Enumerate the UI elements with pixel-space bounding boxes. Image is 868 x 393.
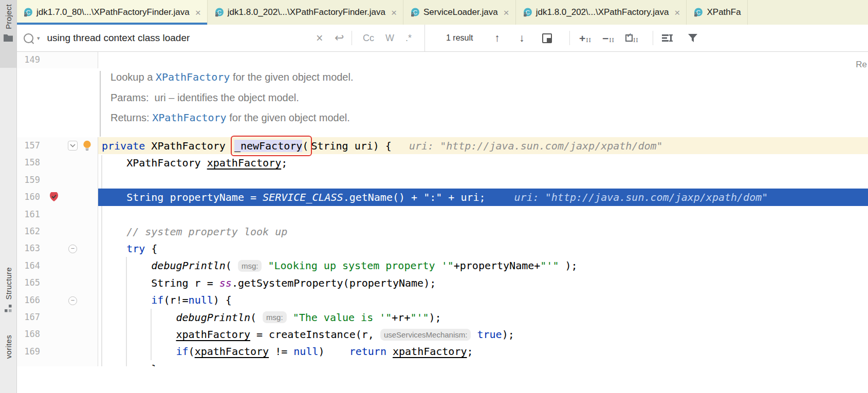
gutter[interactable]: 161 bbox=[16, 206, 98, 223]
whole-words-toggle[interactable]: W bbox=[385, 33, 394, 44]
newline-icon[interactable]: ↩ bbox=[335, 31, 344, 45]
code-text[interactable]: XPathFactory xpathFactory; bbox=[98, 154, 868, 171]
line-number[interactable]: 165 bbox=[16, 274, 40, 291]
code-line-163[interactable]: 163− try { bbox=[16, 240, 868, 257]
gutter[interactable]: 168 bbox=[16, 326, 98, 343]
code-line-161[interactable]: 161 bbox=[16, 206, 868, 223]
line-number[interactable]: 160 bbox=[16, 189, 40, 205]
code-line-164[interactable]: 164 debugPrintln( msg: "Looking up syste… bbox=[16, 257, 868, 274]
search-input[interactable]: using thread context class loader bbox=[47, 32, 190, 44]
fold-marker-icon[interactable] bbox=[68, 141, 78, 151]
search-dropdown-arrow-icon[interactable]: ▾ bbox=[37, 35, 40, 42]
editor-tab-1[interactable]: Cjdk1.8.0_202\...\XPathFactoryFinder.jav… bbox=[208, 0, 403, 25]
code-line-149[interactable]: 149 bbox=[16, 51, 868, 68]
code-line-165[interactable]: 165 String r = ss.getSystemProperty(prop… bbox=[16, 274, 868, 291]
line-number[interactable]: 169 bbox=[16, 343, 40, 360]
gutter[interactable] bbox=[16, 360, 98, 366]
line-number[interactable]: 163 bbox=[16, 240, 40, 257]
code-line-158[interactable]: 158 XPathFactory xpathFactory; bbox=[16, 154, 868, 171]
line-number[interactable]: 161 bbox=[16, 206, 40, 223]
search-field[interactable]: ▾ using thread context class loader bbox=[24, 25, 190, 51]
line-number[interactable]: 167 bbox=[16, 309, 40, 326]
sidebar-item-structure[interactable]: Structure bbox=[0, 263, 16, 331]
fold-collapse-icon[interactable]: − bbox=[68, 245, 77, 253]
line-number[interactable]: 166 bbox=[16, 292, 40, 309]
code-line-160[interactable]: 160 String propertyName = SERVICE_CLASS.… bbox=[16, 189, 868, 205]
gutter[interactable]: 164 bbox=[16, 257, 98, 274]
code-token bbox=[287, 311, 293, 324]
code-line-162[interactable]: 162 // system property look up bbox=[16, 223, 868, 240]
line-number[interactable]: 168 bbox=[16, 326, 40, 343]
filter-icon[interactable] bbox=[688, 25, 698, 51]
line-number[interactable]: 159 bbox=[16, 172, 40, 189]
code-text[interactable]: String propertyName = SERVICE_CLASS.getN… bbox=[98, 189, 868, 205]
gutter[interactable]: 162 bbox=[16, 223, 98, 240]
editor-tab-2[interactable]: CServiceLoader.java× bbox=[403, 0, 516, 25]
gutter[interactable]: 166− bbox=[16, 292, 98, 309]
code-text[interactable] bbox=[98, 172, 868, 189]
code-line-168[interactable]: 168 xpathFactory = createInstance(r, use… bbox=[16, 326, 868, 343]
select-all-occurrences-icon[interactable]: ✓II bbox=[625, 25, 639, 51]
code-token: ( bbox=[189, 345, 195, 358]
code-text[interactable]: if(r!=null) { bbox=[98, 292, 868, 309]
gutter[interactable]: 169 bbox=[16, 343, 98, 360]
doc-link[interactable]: XPathFactory bbox=[156, 71, 230, 83]
gutter[interactable]: 160 bbox=[16, 189, 98, 205]
code-text[interactable]: } bbox=[98, 360, 868, 366]
gutter[interactable]: 159 bbox=[16, 172, 98, 189]
code-text[interactable]: // system property look up bbox=[98, 223, 868, 240]
code-text[interactable]: debugPrintln( msg: "The value is '"+r+"'… bbox=[98, 309, 868, 326]
code-line-159[interactable]: 159 bbox=[16, 172, 868, 189]
sidebar-item-favorites[interactable]: vorites bbox=[0, 331, 16, 393]
previous-occurrence-icon[interactable]: ↑ bbox=[494, 32, 500, 44]
close-tab-icon[interactable]: × bbox=[674, 8, 680, 17]
add-occurrence-icon[interactable]: +II bbox=[579, 25, 592, 51]
editor-tab-4[interactable]: CXPathFa bbox=[687, 0, 747, 25]
code-line-157[interactable]: 157private XPathFactory _newFactory(Stri… bbox=[16, 137, 868, 154]
match-case-toggle[interactable]: Cc bbox=[363, 33, 374, 44]
gutter[interactable]: 158 bbox=[16, 154, 98, 171]
divider bbox=[569, 31, 570, 45]
code-editor[interactable]: Lookup a XPathFactory for the given obje… bbox=[16, 51, 868, 366]
line-number[interactable]: 164 bbox=[16, 257, 40, 274]
code-text[interactable]: debugPrintln( msg: "Looking up system pr… bbox=[98, 257, 868, 274]
line-number[interactable]: 149 bbox=[16, 51, 40, 68]
sidebar-item-project[interactable]: Project bbox=[0, 0, 16, 68]
editor-tab-0[interactable]: Cjdk1.7.0_80\...\XPathFactoryFinder.java… bbox=[16, 0, 208, 25]
clear-search-icon[interactable]: × bbox=[316, 31, 323, 45]
code-text[interactable]: if(xpathFactory != null) return xpathFac… bbox=[98, 343, 868, 360]
code-line-170[interactable]: } bbox=[16, 360, 868, 366]
code-line-169[interactable]: 169 if(xpathFactory != null) return xpat… bbox=[16, 343, 868, 360]
gutter[interactable]: 165 bbox=[16, 274, 98, 291]
intention-bulb-icon[interactable] bbox=[82, 140, 92, 153]
line-number[interactable]: 158 bbox=[16, 154, 40, 171]
close-tab-icon[interactable]: × bbox=[391, 8, 397, 17]
code-text[interactable]: try { bbox=[98, 240, 868, 257]
regex-toggle[interactable]: .* bbox=[405, 33, 412, 44]
code-text[interactable] bbox=[98, 206, 868, 223]
bookmark-icon[interactable] bbox=[49, 192, 59, 204]
doc-link[interactable]: XPathFactory bbox=[152, 111, 227, 124]
code-line-167[interactable]: 167 debugPrintln( msg: "The value is '"+… bbox=[16, 309, 868, 326]
line-number[interactable]: 162 bbox=[16, 223, 40, 240]
code-text[interactable]: String r = ss.getSystemProperty(property… bbox=[98, 274, 868, 291]
gutter[interactable]: 163− bbox=[16, 240, 98, 257]
next-occurrence-icon[interactable]: ↓ bbox=[519, 32, 525, 44]
line-number[interactable]: 157 bbox=[16, 137, 40, 154]
gutter[interactable]: 149 bbox=[16, 51, 98, 68]
find-in-selection-icon[interactable] bbox=[542, 33, 552, 43]
open-in-find-window-icon[interactable] bbox=[662, 25, 673, 51]
gutter[interactable]: 167 bbox=[16, 309, 98, 326]
code-text[interactable]: xpathFactory = createInstance(r, useServ… bbox=[98, 326, 868, 343]
code-text[interactable] bbox=[98, 51, 868, 68]
close-tab-icon[interactable]: × bbox=[504, 8, 509, 17]
code-line-166[interactable]: 166− if(r!=null) { bbox=[16, 292, 868, 309]
search-icon[interactable] bbox=[24, 33, 33, 43]
code-text[interactable]: private XPathFactory _newFactory(String … bbox=[98, 137, 868, 154]
code-token: if bbox=[176, 345, 189, 358]
fold-collapse-icon[interactable]: − bbox=[68, 296, 77, 305]
close-tab-icon[interactable]: × bbox=[195, 8, 201, 17]
gutter[interactable]: 157 bbox=[16, 137, 98, 154]
remove-occurrence-icon[interactable]: −II bbox=[602, 25, 615, 51]
editor-tab-3[interactable]: Cjdk1.8.0_202\...\XPathFactory.java× bbox=[516, 0, 687, 25]
